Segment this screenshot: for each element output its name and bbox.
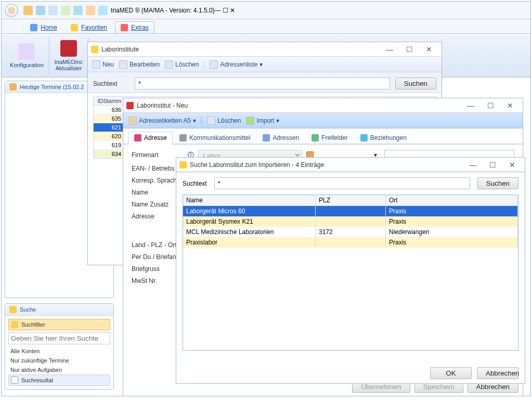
page-icon [11,377,18,384]
search-bar: Suchtext Suchen [88,72,442,93]
chevron-down-icon: ▾ [276,117,279,124]
toolbar-neu[interactable]: Neu [92,60,114,69]
col-plz: PLZ [316,195,386,206]
table-row: Laborgerät Sysmex K21 Praxis [183,216,518,227]
close-button[interactable]: ✕ [503,159,522,171]
chevron-down-icon: ▾ [259,61,263,68]
new-icon [92,60,100,69]
aktive-aufgaben[interactable]: Nur aktive Aufgaben [8,365,110,375]
col-name: Name [183,195,316,206]
subtab-beziehungen[interactable]: Beziehungen [355,132,412,144]
list-icon [263,134,270,141]
qat-icon[interactable] [98,6,108,15]
main-title: triaMED ® (MA/MA - Version: 4.1.5.0) [111,7,215,14]
quick-access-toolbar: triaMED ® (MA/MA - Version: 4.1.5.0) — ☐… [2,2,530,19]
alle-konten[interactable]: Alle Konten [8,346,110,356]
close-button[interactable]: ✕ [420,44,438,55]
toolbar-adressetiketten[interactable]: Adressetiketten A5 ▾ [128,117,196,125]
maximize-button[interactable]: ☐ [400,44,419,55]
fields-icon [312,134,319,141]
search-icon [9,306,17,313]
search-icon [91,46,98,53]
link-icon [360,134,368,141]
import-suche-window: Suche Laborinstitut zum Importieren - 4 … [176,157,525,384]
col-idstamm: IDStamm [94,97,124,106]
suchtext-label: Suchtext [183,180,207,187]
blue-toolbar: Adressetiketten A5 ▾ Löschen Import ▾ [123,113,523,128]
toolbar-loeschen[interactable]: Löschen [165,60,199,69]
print-icon [210,60,218,69]
label-icon [128,117,137,125]
ok-button[interactable]: OK [430,367,472,379]
tab-extras[interactable]: Extras [115,21,154,33]
maximize-button[interactable]: ☐ [223,7,228,14]
suchen-button[interactable]: Suchen [395,78,436,89]
delete-icon [207,117,215,125]
toolbar-bearbeiten[interactable]: Bearbeiten [119,60,160,69]
gear-icon [18,43,35,60]
zukunft-termine[interactable]: Nur zukünftige Termine [8,356,110,365]
close-button[interactable]: ✕ [501,100,520,111]
lab-icon [126,102,134,109]
tab-home[interactable]: Home [24,21,63,33]
tab-favoriten[interactable]: Favoriten [65,21,113,33]
close-button[interactable]: ✕ [230,7,235,14]
minimize-button[interactable]: — [215,7,221,14]
table-row: Praxislabor Praxis [183,237,518,248]
chevron-down-icon: ▾ [193,117,196,124]
subtab-adresse[interactable]: Adresse [128,132,173,144]
pin-icon [134,134,141,141]
suchen-button[interactable]: Suchen [477,177,518,189]
import-footer: OK Abbrechen [430,367,518,379]
toolbar-import[interactable]: Import ▾ [246,117,279,125]
avatar-icon [5,4,18,17]
toolbar-loeschen[interactable]: Löschen [207,117,241,125]
calendar-icon [9,83,17,91]
col-ort: Ort [386,195,518,206]
subtab-freifelder[interactable]: Freifelder [306,132,354,144]
search-icon [179,161,187,169]
suchtext-input[interactable] [135,78,390,89]
minimize-button[interactable]: — [461,100,480,111]
qat-icon[interactable] [61,6,70,15]
table-row: MCL Medizinische Laboratorien 3172 Niede… [183,227,518,237]
suchtext-label: Suchtext [93,80,129,87]
ribbon-konfiguration[interactable]: Konfiguration [5,37,49,74]
table-row: Laborgerät Micros 60 Praxis [183,206,518,216]
delete-icon [165,60,173,69]
qat-icon[interactable] [48,6,58,15]
subtab-adressen[interactable]: Adressen [257,132,305,144]
qat-icon[interactable] [36,6,45,15]
window-title: Laborinstitute [101,46,139,53]
window-title: Suche Laborinstitut zum Importieren - 4 … [190,161,324,169]
qat-icon[interactable] [73,6,83,15]
maximize-button[interactable]: ☐ [483,159,502,171]
triamed-icon [60,40,77,57]
suche-head: Suche [5,304,113,316]
suchfilter[interactable]: Suchfilter [8,319,110,330]
qat-icon[interactable] [86,6,95,15]
filter-icon [11,321,18,328]
window-title: Laborinstitut - Neu [137,102,188,109]
import-icon [246,117,254,125]
qat-icon[interactable] [23,6,33,15]
toolbar: Neu Bearbeiten Löschen Adressenliste ▾ [88,57,442,72]
edit-icon [119,60,127,69]
minimize-button[interactable]: — [463,159,482,171]
minimize-button[interactable]: — [380,44,399,55]
ribbon-triamedinc[interactable]: triaMEDInc Aktualisier [49,37,88,74]
phone-icon [179,134,187,141]
abbrechen-button[interactable]: Abbrechen [477,367,518,379]
import-grid[interactable]: Name PLZ Ort Laborgerät Micros 60 Praxis… [183,195,518,351]
toolbar-adressenliste[interactable]: Adressenliste ▾ [210,60,263,69]
subtab-komm[interactable]: Kommunikationsmittel [174,132,256,144]
import-search-bar: Suchtext Suchen [176,172,525,195]
ribbon-tabs: Home Favoriten Extras [2,19,530,34]
suchtext-input[interactable] [214,177,470,189]
sub-tabs: Adresse Kommunikationsmittel Adressen Fr… [123,128,523,145]
suchresultat[interactable]: Suchresultat [8,375,110,386]
suche-input[interactable] [8,332,110,344]
maximize-button[interactable]: ☐ [481,100,500,111]
